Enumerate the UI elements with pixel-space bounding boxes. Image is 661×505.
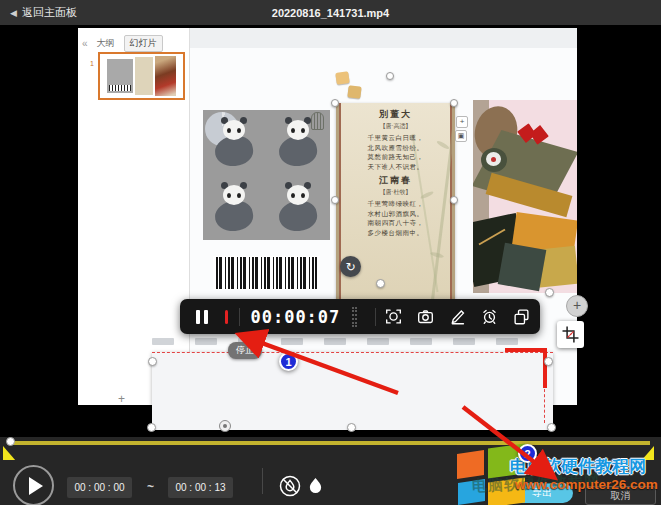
- blurred-app-toolbar: [152, 338, 544, 347]
- stop-button[interactable]: [225, 310, 228, 324]
- panda-illustration: [203, 175, 267, 240]
- selection-handle[interactable]: [331, 99, 339, 107]
- poem1-author: 【唐·高适】: [339, 122, 452, 131]
- poem-text: 別董大 【唐·高适】 千里黄云白日曛， 北风吹雁雪纷纷。 莫愁前路无知己， 天下…: [339, 103, 452, 237]
- thumb-bird-image: [155, 56, 176, 96]
- poem2-title: 江南春: [339, 174, 452, 187]
- tab-outline[interactable]: 大纲: [97, 37, 115, 50]
- rotate-handle[interactable]: [386, 72, 394, 80]
- add-slide-button[interactable]: +: [118, 392, 125, 405]
- video-editor-window: ◀ 返回主面板 20220816_141731.mp4 « 大纲 幻灯片 1 +: [0, 0, 661, 505]
- poem-line: 多少楼台烟雨中。: [339, 228, 452, 238]
- region-center-icon[interactable]: [219, 420, 231, 432]
- slide-thumbnail[interactable]: [98, 52, 185, 100]
- zoom-in-icon[interactable]: +: [456, 116, 468, 128]
- play-button[interactable]: [13, 465, 54, 505]
- timeline-track[interactable]: [10, 441, 650, 445]
- poem-line: 天下谁人不识君。: [339, 162, 452, 172]
- region-handle[interactable]: [148, 357, 157, 366]
- end-time-input[interactable]: 00 : 00 : 13: [168, 477, 233, 498]
- timeline-playhead[interactable]: [6, 437, 15, 446]
- sticky-tag-icon[interactable]: [335, 71, 350, 85]
- remove-watermark-icon[interactable]: [278, 474, 302, 502]
- poem-line: 千里黄云白日曛，: [339, 133, 452, 143]
- capture-corner-marker: [505, 348, 547, 388]
- recording-timer: 00:00:07: [250, 307, 340, 327]
- region-handle[interactable]: [547, 423, 556, 432]
- selection-handle[interactable]: [545, 288, 554, 297]
- sticky-tag-icon[interactable]: [347, 85, 361, 98]
- still-life-collage-image[interactable]: [473, 100, 577, 293]
- screenshot-camera-icon[interactable]: [417, 308, 434, 325]
- poem-line: 南朝四百八十寺，: [339, 218, 452, 228]
- rotate-icon[interactable]: ↻: [340, 256, 361, 277]
- thumb-pandas-image: [107, 59, 133, 93]
- tab-slides[interactable]: 幻灯片: [124, 35, 163, 52]
- step-2-badge: 2: [518, 444, 537, 463]
- panda-illustration: [267, 175, 331, 240]
- picture-in-picture-icon[interactable]: [513, 308, 530, 325]
- selection-handle[interactable]: [331, 196, 339, 204]
- step-1-badge: 1: [279, 352, 298, 371]
- watermark-site-url: www.computer26.com: [515, 477, 658, 492]
- watermark-drop-icon[interactable]: [308, 477, 323, 500]
- zoom-plus-button[interactable]: +: [566, 295, 588, 317]
- slide-panel: « 大纲 幻灯片 1 +: [78, 28, 190, 405]
- video-filename: 20220816_141731.mp4: [0, 7, 661, 19]
- divider: [262, 468, 263, 494]
- start-time-input[interactable]: 00 : 00 : 00: [67, 477, 132, 498]
- slide-number: 1: [90, 60, 94, 67]
- recorded-app-frame: « 大纲 幻灯片 1 +: [78, 28, 577, 405]
- logo-orange-square: [457, 450, 484, 479]
- selection-handle[interactable]: [450, 196, 458, 204]
- poem1-title: 別董大: [339, 108, 452, 121]
- annotate-pen-icon[interactable]: [449, 308, 466, 325]
- collapse-panel-icon[interactable]: «: [82, 38, 88, 49]
- selection-handle[interactable]: [376, 279, 385, 288]
- selection-handle[interactable]: [450, 99, 458, 107]
- pause-button[interactable]: [196, 310, 208, 324]
- crop-icon: [562, 326, 579, 343]
- region-handle[interactable]: [147, 423, 156, 432]
- region-handle[interactable]: [347, 423, 356, 432]
- play-icon: [29, 477, 43, 495]
- barcode-image[interactable]: [213, 256, 320, 290]
- pandas-picture[interactable]: [203, 110, 330, 240]
- drag-grip-icon[interactable]: [352, 307, 356, 327]
- thumb-scroll-image: [135, 57, 153, 95]
- panda-illustration: [267, 110, 331, 175]
- webcam-icon[interactable]: [385, 308, 402, 325]
- crop-tool-button[interactable]: [557, 321, 584, 348]
- poem2-author: 【唐·杜牧】: [339, 188, 452, 197]
- poem-line: 千里莺啼绿映红，: [339, 199, 452, 209]
- region-handle[interactable]: [544, 357, 553, 366]
- time-range-separator: ~: [147, 480, 154, 494]
- alarm-clock-icon[interactable]: [481, 308, 498, 325]
- birdcage-shape: [311, 112, 324, 130]
- recording-toolbar: 00:00:07: [180, 299, 540, 334]
- trim-start-marker[interactable]: [3, 446, 16, 461]
- capture-region-box[interactable]: [152, 352, 553, 430]
- poem-line: 北风吹雁雪纷纷。: [339, 143, 452, 153]
- stop-tooltip: 停止: [228, 342, 262, 359]
- title-bar: ◀ 返回主面板 20220816_141731.mp4: [0, 0, 661, 25]
- fit-view-icon[interactable]: ▣: [455, 130, 467, 142]
- panda-illustration: [203, 110, 267, 175]
- poem-line: 莫愁前路无知己，: [339, 152, 452, 162]
- poem-line: 水村山郭酒旗风。: [339, 209, 452, 219]
